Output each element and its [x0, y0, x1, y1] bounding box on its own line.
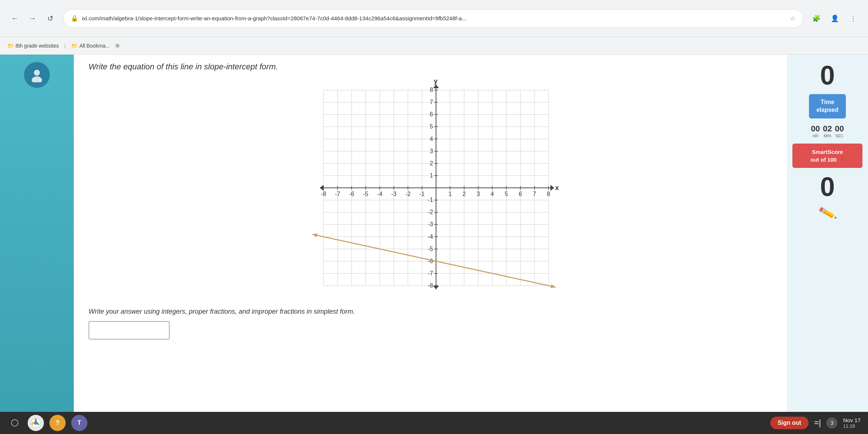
timer-seconds: 00 SEC — [835, 124, 844, 138]
forward-button[interactable]: → — [25, 11, 40, 26]
top-score: 0 — [820, 62, 835, 89]
problem-header: Write the equation of this line in slope… — [89, 62, 772, 72]
answer-instruction: Write your answer using integers, proper… — [89, 308, 772, 316]
content-area: Write the equation of this line in slope… — [74, 55, 787, 434]
svg-point-0 — [34, 70, 40, 76]
start-button[interactable] — [7, 416, 22, 430]
answer-input[interactable] — [89, 321, 170, 340]
address-bar[interactable]: 🔒 ixl.com/math/algebra-1/slope-intercept… — [63, 9, 803, 28]
graph-wrapper — [301, 79, 560, 300]
time-elapsed-button[interactable]: Timeelapsed — [809, 94, 846, 118]
separator: | — [65, 43, 66, 49]
folder-icon-2: 📁 — [71, 43, 77, 49]
taskbar-right: Sign out =| 3 Nov 17 11:28 — [770, 417, 861, 429]
smart-score-value: 0 — [820, 173, 835, 200]
bookmark-all[interactable]: 📁 All Bookma... — [71, 43, 110, 49]
nav-buttons: ← → ↺ — [7, 11, 58, 26]
time-elapsed-label: Timeelapsed — [816, 99, 838, 113]
svg-point-1 — [32, 76, 42, 82]
taskbar: ? T Sign out =| 3 Nov 17 11:28 — [0, 412, 868, 434]
smart-score-button[interactable]: SmartScoreout of 100 ❓ — [792, 144, 862, 168]
url-text: ixl.com/math/algebra-1/slope-intercept-f… — [82, 15, 786, 21]
back-button[interactable]: ← — [7, 11, 22, 26]
notification-count[interactable]: 3 — [826, 417, 837, 428]
star-icon[interactable]: ☆ — [790, 14, 796, 23]
chrome-taskbar-icon[interactable] — [28, 415, 44, 431]
sidebar — [0, 55, 74, 434]
teams-taskbar-icon[interactable]: T — [71, 415, 87, 431]
refresh-button[interactable]: ↺ — [43, 11, 58, 26]
folder-icon: 📁 — [7, 43, 14, 49]
bookmark-8th-grade[interactable]: 📁 8th grade websites — [7, 43, 59, 49]
main-area: Write the equation of this line in slope… — [0, 55, 868, 434]
extensions-button[interactable]: 🧩 — [809, 11, 824, 26]
keyboard-icon[interactable]: =| — [814, 418, 821, 428]
graph-container — [89, 79, 772, 300]
bookmark-label-2: All Bookma... — [79, 43, 110, 49]
taskbar-clock: Nov 17 11:28 — [843, 417, 861, 429]
timer-display: 00 HR 02 MIN 00 SEC — [811, 124, 844, 138]
security-icon: 🔒 — [71, 15, 78, 22]
start-circle — [11, 419, 18, 427]
timer-minutes: 02 MIN — [823, 124, 832, 138]
profile-button[interactable]: 👤 — [827, 11, 842, 26]
taskbar-date: 11:28 — [843, 423, 861, 429]
coordinate-graph — [301, 79, 560, 300]
browser-chrome: ← → ↺ 🔒 ixl.com/math/algebra-1/slope-int… — [0, 0, 868, 37]
timer-hours: 00 HR — [811, 124, 820, 138]
pencil-icon[interactable]: ✏️ — [817, 204, 837, 223]
right-panel: 0 Timeelapsed 00 HR 02 MIN 00 SEC SmartS… — [787, 55, 868, 434]
bookmarks-bar: 📁 8th grade websites | 📁 All Bookma... ⊞ — [0, 37, 868, 55]
taskbar-time: Nov 17 — [843, 417, 861, 423]
sign-out-button[interactable]: Sign out — [770, 417, 809, 429]
apps-icon: ⊞ — [115, 43, 120, 48]
chrome-actions: 🧩 👤 ⋮ — [809, 11, 861, 26]
avatar — [24, 62, 50, 88]
menu-button[interactable]: ⋮ — [846, 11, 861, 26]
bookmark-label-1: 8th grade websites — [15, 43, 59, 49]
help-taskbar-icon[interactable]: ? — [49, 415, 66, 431]
